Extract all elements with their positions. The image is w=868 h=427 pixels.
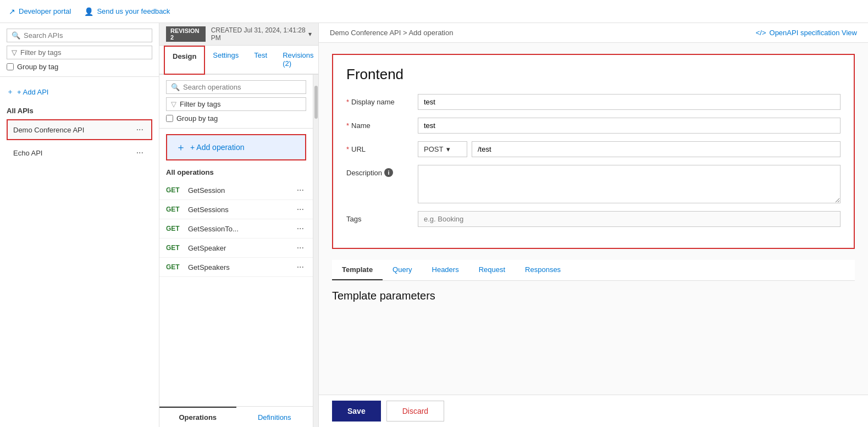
main-layout: 🔍 ▽ Filter by tags Group by tag ＋ + Add … xyxy=(0,23,868,427)
action-bar: Save Discard xyxy=(319,395,868,427)
add-api-button[interactable]: ＋ + Add API xyxy=(7,84,48,100)
info-icon: i xyxy=(384,168,393,177)
tabs-row: Design Settings Test Revisions (2) Chang… xyxy=(159,46,318,75)
op-method: GET xyxy=(166,244,183,252)
feedback-label: Send us your feedback xyxy=(97,7,170,15)
op-menu-button[interactable]: ··· xyxy=(295,224,306,234)
table-row[interactable]: GET GetSessionTo... ··· xyxy=(159,219,313,239)
ops-filter-label: Filter by tags xyxy=(180,100,220,108)
op-menu-button[interactable]: ··· xyxy=(295,243,306,253)
tab-definitions[interactable]: Definitions xyxy=(236,407,313,427)
table-row[interactable]: GET GetSession ··· xyxy=(159,181,313,200)
all-operations-label: All operations xyxy=(159,166,313,181)
add-op-icon: ＋ xyxy=(176,141,186,154)
code-icon: </> xyxy=(756,29,766,37)
op-menu-button[interactable]: ··· xyxy=(295,204,306,214)
url-row: * URL POST ▾ xyxy=(346,141,841,157)
ops-search-input[interactable] xyxy=(183,83,301,91)
description-label: Description i xyxy=(346,165,418,177)
op-menu-button[interactable]: ··· xyxy=(295,262,306,272)
frontend-title: Frontend xyxy=(346,66,841,83)
feedback-link[interactable]: 👤 Send us your feedback xyxy=(84,7,170,16)
discard-button[interactable]: Discard xyxy=(386,401,444,422)
group-by-tag-row: Group by tag xyxy=(7,63,152,71)
name-row: * Name xyxy=(346,118,841,134)
tab-settings[interactable]: Settings xyxy=(205,46,246,75)
method-value: POST xyxy=(424,145,443,153)
tab-template[interactable]: Template xyxy=(332,260,383,280)
api-item-menu-button[interactable]: ··· xyxy=(134,148,146,158)
add-operation-button[interactable]: ＋ + Add operation xyxy=(166,134,306,160)
op-name: GetSessionTo... xyxy=(188,225,239,233)
add-icon: ＋ xyxy=(7,87,14,97)
bottom-tabs: Operations Definitions xyxy=(159,406,313,427)
middle-inner: 🔍 ▽ Filter by tags Group by tag ＋ + Add … xyxy=(159,75,318,427)
ops-search-box: 🔍 xyxy=(166,80,306,94)
left-sidebar: 🔍 ▽ Filter by tags Group by tag ＋ + Add … xyxy=(0,23,159,427)
save-button[interactable]: Save xyxy=(332,401,381,422)
breadcrumb: Demo Conference API > Add operation xyxy=(330,29,453,37)
tab-headers[interactable]: Headers xyxy=(422,260,469,280)
api-item-name: Demo Conference API xyxy=(13,126,84,134)
add-api-label: + Add API xyxy=(17,88,48,96)
revision-date: CREATED Jul 31, 2024, 1:41:28 PM ▾ xyxy=(211,26,312,42)
template-params-title: Template parameters xyxy=(332,290,855,302)
api-item-menu-button[interactable]: ··· xyxy=(134,125,146,135)
ops-filter-icon: ▽ xyxy=(171,100,176,108)
external-link-icon: ↗ xyxy=(9,7,15,16)
tab-test[interactable]: Test xyxy=(246,46,275,75)
method-select[interactable]: POST ▾ xyxy=(418,141,467,157)
description-textarea[interactable] xyxy=(418,165,841,203)
tab-operations[interactable]: Operations xyxy=(159,407,236,427)
chevron-down-icon: ▾ xyxy=(446,145,450,153)
api-item-name: Echo API xyxy=(13,149,42,157)
tags-row: Tags xyxy=(346,211,841,227)
url-path-input[interactable] xyxy=(472,141,841,157)
tab-query[interactable]: Query xyxy=(383,260,422,280)
display-name-label: * Display name xyxy=(346,98,418,106)
ops-group-by-tag-checkbox[interactable] xyxy=(166,115,173,122)
group-by-tag-checkbox[interactable] xyxy=(7,63,14,70)
filter-tags-label: Filter by tags xyxy=(20,48,61,57)
tab-responses[interactable]: Responses xyxy=(515,260,571,280)
tab-design[interactable]: Design xyxy=(164,46,205,75)
developer-portal-link[interactable]: ↗ Developer portal xyxy=(9,7,71,16)
search-apis-box: 🔍 xyxy=(7,29,152,42)
op-method: GET xyxy=(166,206,183,213)
api-item-demo-conference[interactable]: Demo Conference API ··· xyxy=(7,119,152,140)
op-name: GetSession xyxy=(188,186,225,195)
table-row[interactable]: GET GetSpeaker ··· xyxy=(159,239,313,258)
api-item-echo[interactable]: Echo API ··· xyxy=(7,142,152,163)
tags-input[interactable] xyxy=(418,211,841,227)
op-method: GET xyxy=(166,263,183,271)
ops-list: GET GetSession ··· GET GetSessions ··· xyxy=(159,181,313,406)
chevron-down-icon: ▾ xyxy=(308,30,312,38)
developer-portal-label: Developer portal xyxy=(19,7,71,15)
op-method: GET xyxy=(166,186,183,194)
tab-request[interactable]: Request xyxy=(469,260,515,280)
name-label: * Name xyxy=(346,121,418,130)
tags-label: Tags xyxy=(346,215,418,223)
display-name-input[interactable] xyxy=(418,94,841,110)
table-row[interactable]: GET GetSpeakers ··· xyxy=(159,258,313,277)
op-name: GetSpeaker xyxy=(188,244,226,252)
frontend-box: Frontend * Display name * Name xyxy=(332,54,855,249)
name-input[interactable] xyxy=(418,118,841,134)
group-by-tag-label: Group by tag xyxy=(17,63,58,71)
table-row[interactable]: GET GetSessions ··· xyxy=(159,200,313,219)
middle-list-area: 🔍 ▽ Filter by tags Group by tag ＋ + Add … xyxy=(159,75,313,427)
ops-search-icon: 🔍 xyxy=(171,83,180,91)
display-name-row: * Display name xyxy=(346,94,841,110)
right-panel: Demo Conference API > Add operation </> … xyxy=(319,23,868,427)
ops-search-area: 🔍 ▽ Filter by tags Group by tag xyxy=(159,75,313,129)
all-apis-label: All APIs xyxy=(7,107,152,115)
scroll-track[interactable] xyxy=(313,75,318,427)
search-apis-input[interactable] xyxy=(24,31,147,40)
op-menu-button[interactable]: ··· xyxy=(295,185,306,195)
openapi-link[interactable]: </> OpenAPI specification View xyxy=(756,29,857,37)
sub-tabs: Template Query Headers Request Responses xyxy=(332,260,855,281)
sidebar-search-area: 🔍 ▽ Filter by tags Group by tag xyxy=(0,23,159,77)
tab-revisions[interactable]: Revisions (2) xyxy=(275,46,321,75)
op-name: GetSessions xyxy=(188,206,229,214)
filter-icon: ▽ xyxy=(12,48,17,57)
